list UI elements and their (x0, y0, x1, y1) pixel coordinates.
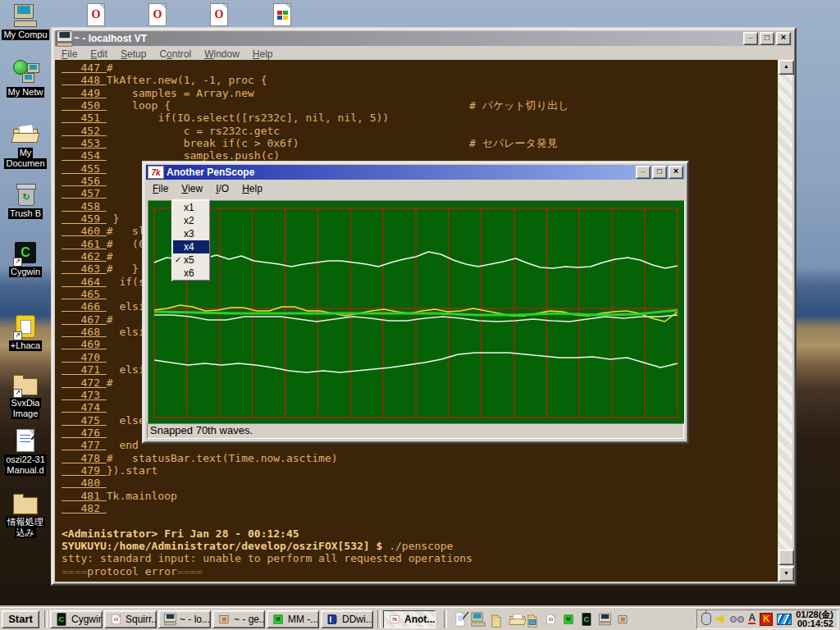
icon-label: SvxDiaImage (0, 398, 51, 419)
quicklaunch-document-pen-icon[interactable] (453, 611, 468, 628)
tray-ime-a-icon[interactable]: A (748, 614, 756, 624)
task-button-lo[interactable]: ~ - lo... (158, 610, 211, 628)
view-menu-item-x3[interactable]: x3 (173, 227, 209, 240)
terminal-line: 455 (62, 162, 107, 175)
page-o-icon[interactable]: O (144, 1, 171, 29)
view-menu-item-x6[interactable]: x6 (173, 267, 209, 280)
menu-file[interactable]: File (55, 47, 84, 60)
icon-label: MyDocumen (0, 148, 51, 169)
terminal-titlebar[interactable]: ~ - localhost VT (55, 31, 792, 46)
page-o-icon[interactable]: O (205, 1, 233, 29)
ddwin-icon (325, 611, 340, 628)
taskbar-clock[interactable]: 01/28(金) 00:14:52 (796, 610, 833, 628)
scroll-thumb[interactable] (778, 550, 794, 565)
penscope-menubar: FileViewI/OHelp (146, 181, 685, 196)
minimize-icon[interactable] (743, 32, 758, 45)
menu-io[interactable]: I/O (209, 181, 235, 196)
quicklaunch-folder-open-icon[interactable] (507, 611, 522, 628)
terminal-line: ====protocol error==== (62, 565, 203, 578)
terminal-line: 452 c = rs232c.getc (62, 125, 280, 137)
teraterm-icon (162, 611, 177, 628)
quicklaunch-cygwin-icon[interactable]: C (579, 611, 594, 628)
check-icon: ✓ (175, 253, 181, 267)
terminal-line: 480 (62, 477, 107, 489)
view-menu-item-x5[interactable]: ✓x5 (173, 253, 209, 267)
quicklaunch-folder-image-icon[interactable] (525, 611, 540, 628)
view-menu-item-x2[interactable]: x2 (173, 214, 209, 227)
desktop-icon-my-compu[interactable]: My Compu (0, 2, 51, 40)
terminal-line: 450 loop {# パケット切り出し (62, 99, 171, 112)
shortcut-arrow-icon (13, 331, 22, 340)
task-button-cygwin[interactable]: CCygwin (50, 610, 103, 628)
close-icon[interactable] (776, 32, 791, 45)
view-menu-item-x4[interactable]: x4 (173, 240, 209, 253)
icon-label: My Compu (0, 30, 51, 40)
task-button-ddwi[interactable]: DDwi... (321, 610, 373, 628)
terminal-line: SYUKUYU:/home/Administrator/develop/oszi… (62, 540, 453, 552)
desktop-icon-trush-b[interactable]: Trush B (0, 180, 51, 219)
terminal-line: 465 (62, 288, 107, 300)
tray-swoosh-icon[interactable] (777, 614, 792, 625)
maximize-icon[interactable] (652, 166, 667, 179)
terminal-line: 471 elsi (62, 363, 145, 376)
start-button[interactable]: Start (2, 610, 39, 628)
menu-window[interactable]: Window (198, 47, 246, 60)
minimize-icon[interactable] (636, 166, 651, 179)
terminal-line: 449 samples = Array.new (62, 87, 254, 99)
quicklaunch-opera-icon[interactable]: O (543, 611, 558, 628)
code-comment: # セパレータ発見 (469, 137, 558, 149)
quicklaunch-teraterm-icon[interactable] (597, 611, 612, 628)
terminal-line: 474 (62, 401, 107, 413)
tk-icon: 7k (387, 611, 402, 628)
terminal-line: 476 (62, 427, 107, 439)
desktop: OOO My CompuMy NetwMyDocumenTrush BCCygw… (0, 0, 840, 607)
clock-date: 01/28(金) (796, 610, 833, 619)
menu-control[interactable]: Control (153, 47, 198, 60)
maximize-icon[interactable] (760, 32, 774, 45)
terminal-line: 482 (62, 502, 107, 514)
page-win-icon[interactable] (268, 1, 296, 29)
desktop-icon-oszi22-31[interactable]: oszi22-31Manual.d (0, 427, 51, 476)
menu-help[interactable]: Help (246, 47, 280, 60)
terminal-line: <Administrator> Fri Jan 28 - 00:12:45 (62, 527, 299, 540)
task-button-mm[interactable]: MMM -... (267, 610, 319, 628)
terminal-line: 478 # statusBar.text(Time.now.asctime) (62, 452, 338, 464)
task-button-squirr[interactable]: OSquirr... (104, 610, 157, 628)
penscope-titlebar[interactable]: 7k Another PenScope (146, 165, 685, 180)
desktop-icon-my-netw[interactable]: My Netw (0, 59, 51, 98)
icon-label: Trush B (0, 208, 51, 219)
task-button-ge[interactable]: ~ - ge... (212, 610, 265, 628)
tray-volume-icon[interactable] (715, 614, 726, 624)
taskbar: Start CCygwinOSquirr...~ - lo...~ - ge..… (0, 607, 840, 630)
terminal-line: 459 } (62, 212, 119, 225)
scroll-up-icon[interactable] (778, 60, 794, 75)
desktop-icon-svxdia[interactable]: SvxDiaImage (0, 370, 51, 419)
tray-mouse-icon[interactable] (701, 613, 711, 625)
desktop-icon--lhaca[interactable]: +Lhaca (0, 313, 51, 351)
menu-file[interactable]: File (146, 181, 175, 196)
desktop-icon-情報処理[interactable]: 情報処理込み (0, 489, 51, 538)
tray-ime-k-icon[interactable]: K (760, 613, 773, 626)
terminal-scrollbar[interactable] (778, 60, 792, 582)
quicklaunch-telnet-icon[interactable] (615, 611, 630, 628)
menu-view[interactable]: View (175, 181, 209, 196)
desktop-icon-cygwin[interactable]: CCygwin (0, 239, 51, 277)
close-icon[interactable] (669, 166, 683, 179)
tray-links-icon[interactable] (730, 616, 744, 623)
telnet-icon (217, 611, 231, 628)
menu-help[interactable]: Help (235, 181, 269, 196)
quicklaunch-monitor-icon[interactable] (471, 611, 486, 628)
cygwin-icon: C (54, 611, 69, 628)
menu-setup[interactable]: Setup (114, 47, 153, 60)
menu-edit[interactable]: Edit (84, 47, 114, 60)
terminal-line: 468 elsi (62, 326, 145, 338)
page-o-icon[interactable]: O (82, 1, 110, 29)
terminal-menubar: FileEditSetupControlWindowHelp (55, 47, 792, 60)
scroll-down-icon[interactable] (778, 567, 794, 582)
desktop-icon-my[interactable]: MyDocumen (0, 120, 51, 169)
terminal-line: 451 if(IO.select([rs232c], nil, nil, 5)) (62, 112, 389, 124)
view-menu-item-x1[interactable]: x1 (173, 201, 209, 214)
quicklaunch-mmedit-icon[interactable]: M (561, 611, 576, 628)
task-button-anot[interactable]: 7kAnot... (383, 610, 436, 628)
quicklaunch-folder-icon[interactable] (489, 611, 504, 628)
